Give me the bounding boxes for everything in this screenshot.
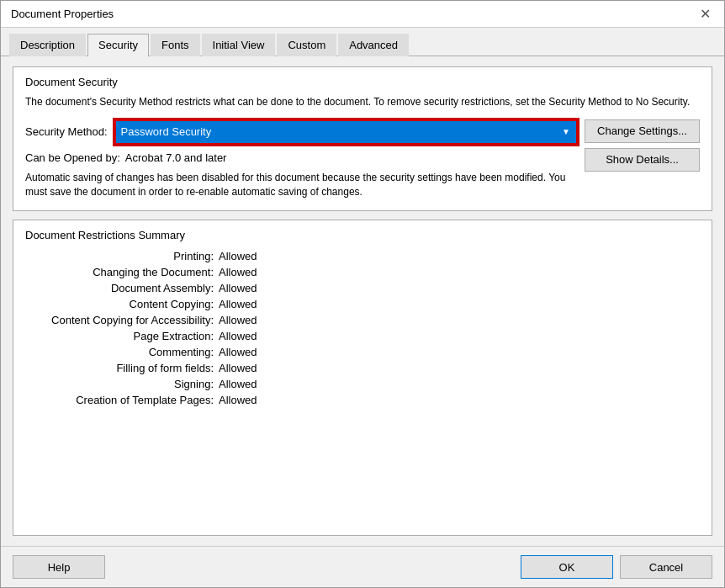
security-description: The document's Security Method restricts… [25, 95, 700, 109]
restriction-row: Changing the Document:Allowed [25, 266, 700, 278]
restriction-value: Allowed [219, 330, 257, 342]
security-buttons: Change Settings... Show Details... [585, 119, 700, 199]
restriction-label: Changing the Document: [25, 266, 219, 278]
title-bar: Document Properties ✕ [1, 1, 724, 28]
tab-fonts[interactable]: Fonts [151, 34, 200, 56]
restriction-value: Allowed [219, 362, 257, 374]
document-security-title: Document Security [25, 76, 700, 88]
autosave-notice: Automatic saving of changes has been dis… [25, 171, 578, 199]
document-security-section: Document Security The document's Securit… [13, 66, 712, 211]
restriction-row: Printing:Allowed [25, 250, 700, 262]
restriction-label: Content Copying for Accessibility: [25, 314, 219, 326]
tab-security[interactable]: Security [87, 34, 149, 56]
restrictions-title: Document Restrictions Summary [25, 229, 700, 241]
restriction-label: Filling of form fields: [25, 362, 219, 374]
help-button[interactable]: Help [13, 555, 105, 579]
restriction-value: Allowed [219, 266, 257, 278]
restriction-row: Page Extraction:Allowed [25, 330, 700, 342]
security-method-row: Security Method: Password Security ▼ [25, 119, 578, 145]
close-button[interactable]: ✕ [696, 5, 714, 24]
restriction-value: Allowed [219, 314, 257, 326]
restriction-label: Creation of Template Pages: [25, 394, 219, 406]
tab-bar: Description Security Fonts Initial View … [1, 28, 724, 56]
restriction-row: Content Copying for Accessibility:Allowe… [25, 314, 700, 326]
restriction-value: Allowed [219, 282, 257, 294]
restriction-label: Document Assembly: [25, 282, 219, 294]
security-left: Security Method: Password Security ▼ Can… [25, 119, 578, 199]
restriction-label: Commenting: [25, 346, 219, 358]
footer-right: OK Cancel [521, 555, 712, 579]
restrictions-section: Document Restrictions Summary Printing:A… [13, 220, 712, 536]
restriction-label: Printing: [25, 250, 219, 262]
dialog-title: Document Properties [11, 8, 114, 20]
security-fields: Security Method: Password Security ▼ Can… [25, 119, 700, 199]
restrictions-list: Printing:AllowedChanging the Document:Al… [25, 250, 700, 406]
tab-custom[interactable]: Custom [277, 34, 336, 56]
restriction-row: Content Copying:Allowed [25, 298, 700, 310]
security-method-select-wrapper[interactable]: Password Security ▼ [114, 119, 578, 145]
restriction-value: Allowed [219, 250, 257, 262]
tab-advanced[interactable]: Advanced [338, 34, 409, 56]
opened-by-value: Acrobat 7.0 and later [125, 151, 227, 164]
restriction-value: Allowed [219, 346, 257, 358]
footer-left: Help [13, 555, 105, 579]
cancel-button[interactable]: Cancel [620, 555, 712, 579]
restriction-row: Signing:Allowed [25, 378, 700, 390]
change-settings-button[interactable]: Change Settings... [585, 119, 700, 143]
restriction-value: Allowed [219, 394, 257, 406]
dropdown-arrow-icon: ▼ [556, 121, 576, 143]
restriction-row: Filling of form fields:Allowed [25, 362, 700, 374]
restriction-row: Document Assembly:Allowed [25, 282, 700, 294]
ok-button[interactable]: OK [521, 555, 613, 579]
opened-by-row: Can be Opened by: Acrobat 7.0 and later [25, 151, 578, 164]
opened-by-label: Can be Opened by: [25, 151, 120, 164]
content-area: Document Security The document's Securit… [1, 56, 724, 546]
security-method-label: Security Method: [25, 125, 108, 138]
restriction-label: Content Copying: [25, 298, 219, 310]
dialog-footer: Help OK Cancel [1, 546, 724, 587]
show-details-button[interactable]: Show Details... [585, 148, 700, 172]
restriction-row: Creation of Template Pages:Allowed [25, 394, 700, 406]
restriction-label: Page Extraction: [25, 330, 219, 342]
restriction-value: Allowed [219, 378, 257, 390]
tab-description[interactable]: Description [9, 34, 86, 56]
restriction-row: Commenting:Allowed [25, 346, 700, 358]
document-properties-dialog: Document Properties ✕ Description Securi… [0, 0, 725, 588]
security-method-select[interactable]: Password Security [116, 121, 556, 143]
restriction-value: Allowed [219, 298, 257, 310]
tab-initial-view[interactable]: Initial View [202, 34, 276, 56]
restriction-label: Signing: [25, 378, 219, 390]
